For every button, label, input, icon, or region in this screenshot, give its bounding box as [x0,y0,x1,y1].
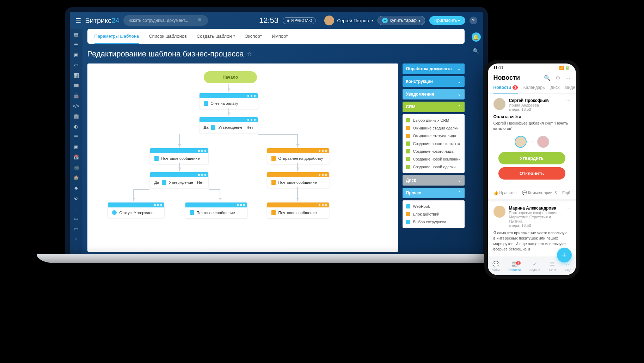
buy-plan-button[interactable]: ➤Купить тариф ▾ [378,16,425,25]
rail-icon[interactable]: ▭ [74,216,78,221]
palette-item[interactable]: Выбор сотрудника [403,218,465,226]
nav-chats[interactable]: 💬Чаты [492,261,499,272]
rail-icon[interactable]: </> [73,103,79,109]
more-button[interactable]: Ещё [562,190,570,195]
more-icon[interactable]: ⋯ [566,206,570,228]
rail-add-icon[interactable]: + [75,247,78,252]
rail-icon[interactable]: 📊 [73,73,79,78]
notifications-icon[interactable]: 🔔 [472,32,481,42]
phone-statusbar: 11:11📶 🔋 [488,63,576,72]
rail-icon[interactable]: 📅 [73,155,79,160]
post-author[interactable]: Марина Александрова [509,206,563,211]
tab-list[interactable]: Список шаблонов [149,29,187,44]
check-icon [112,210,117,215]
rail-icon[interactable]: 🏢 [73,114,79,119]
rail-icon[interactable]: ▫ [75,236,77,242]
node-mail-2[interactable]: Почтовое сообщение [267,172,329,188]
avatar [324,16,334,25]
nav-crm[interactable]: ☰CRM [549,261,556,272]
palette-group-other[interactable]: Прочее⌃ [403,188,465,198]
palette-group-constr[interactable]: Конструкции⌄ [403,76,465,87]
rail-icon[interactable]: 🤖 [73,93,79,98]
palette-item[interactable]: Ожидание статуса лида [403,132,465,140]
help-icon[interactable]: ? [470,17,477,24]
filter-icon[interactable]: ⚙ [556,75,560,81]
left-rail: ▦ ☰ ▣ ▭ 📊 📖 🤖 </> 🏢 ◐ ☰ ▣ 📅 📹 🏠 ◆ ⊘ ⋮ ▭ … [70,29,82,256]
tab-import[interactable]: Импорт [272,29,288,44]
palette-item[interactable]: Блок действий [403,210,465,218]
phone-tab-news[interactable]: Новости3 [493,85,518,93]
post-body: Я сама это приложение часто использую в … [493,230,570,252]
page-title: Редактирование шаблона бизнес-процесса☆ [87,49,465,59]
work-status[interactable]: ◉ Я РАБОТАЮ [283,17,316,24]
menu-icon[interactable]: ☰ [75,17,81,24]
right-rail: 🔔 🔍 [470,29,483,256]
more-icon[interactable]: ⋯ [566,98,570,111]
comments-button[interactable]: 💬 Комментарии: 3 [522,190,557,195]
rail-icon[interactable]: 📖 [73,83,79,88]
tab-export[interactable]: Экспорт [245,29,262,44]
flow-canvas[interactable]: Начало Счёт на оплату ДаУтверждениеНет П… [87,63,398,252]
approve-button[interactable]: Утвердить [498,152,565,164]
phone-mockup: 11:11📶 🔋 Новости🔍⚙⋯ Новости3 Календарь Д… [484,60,579,279]
phone-tab-calendar[interactable]: Календарь [523,85,545,93]
nav-news[interactable]: 📰Новости4 [508,261,521,272]
invite-button[interactable]: Пригласить ▾ [429,16,465,25]
post-title: Оплата счёта [493,114,570,119]
rail-icon[interactable]: ☰ [74,134,78,139]
phone-tab-video[interactable]: Виде1 [565,85,576,93]
node-approve-2[interactable]: ДаУтверждениеНет [150,172,208,188]
palette-item[interactable]: Создание нового контакта [403,140,465,147]
palette-item[interactable]: Выбор данных CRM [403,116,465,124]
palette-group-disk[interactable]: Диск⌄ [403,175,465,186]
palette-group-notif[interactable]: Уведомления⌄ [403,89,465,99]
document-icon [271,210,276,215]
node-start[interactable]: Начало [204,71,257,83]
phone-tab-disk[interactable]: Диск [550,85,559,93]
palette-group-crm[interactable]: CRM⌃ [403,102,465,112]
rail-icon[interactable]: ⋮ [74,206,78,211]
rail-icon[interactable]: ▦ [74,32,78,37]
node-mail-3[interactable]: Почтовое сообщение [185,202,247,218]
node-status[interactable]: Статус: Утвержден [108,202,164,218]
rail-icon[interactable]: ◆ [74,185,78,190]
palette-item[interactable]: Создание нового лида [403,147,465,155]
chevron-down-icon: ⌄ [458,92,461,97]
nav-tasks[interactable]: ✓Задачи [529,261,540,272]
node-approve-1[interactable]: ДаУтверждениеНет [200,117,258,133]
rail-icon[interactable]: ▭ [74,226,78,231]
rail-icon[interactable]: 📹 [73,165,79,170]
rail-icon[interactable]: ▣ [74,144,78,150]
node-mail-4[interactable]: Почтовое сообщение [267,202,329,218]
tab-params[interactable]: Параметры шаблона [94,29,139,44]
palette-item[interactable]: Ожидание стадии сделки [403,124,465,132]
fab-add-button[interactable]: + [557,248,572,262]
post-author[interactable]: Сергей Прокофьев [509,98,563,103]
rail-icon[interactable]: ☰ [74,42,78,47]
palette-item[interactable]: WebHook [403,202,465,210]
palette-crm-list: Выбор данных CRM Ожидание стадии сделки … [403,114,465,173]
chevron-down-icon: ⌄ [458,178,461,183]
palette-item[interactable]: Создание новой сделки [403,163,465,171]
rail-icon[interactable]: ▭ [74,62,78,68]
node-invoice[interactable]: Счёт на оплату [200,93,258,109]
node-rework[interactable]: Отправлен на доработку [267,148,329,164]
more-icon[interactable]: ⋯ [565,75,570,81]
user-menu[interactable]: Сергей Петров▾ [324,16,373,25]
search-icon[interactable]: 🔍 [473,48,479,54]
search-icon[interactable]: 🔍 [544,75,551,81]
like-button[interactable]: 👍 Нравится [493,190,517,195]
palette-item[interactable]: Создание новой компании [403,155,465,163]
reject-button[interactable]: Отклонить [498,167,565,180]
palette-group-doc[interactable]: Обработка документа⌄ [403,63,465,74]
search-input[interactable]: искать сотрудника, документ...🔍 [123,15,208,26]
favorite-icon[interactable]: ☆ [247,51,252,57]
rail-icon[interactable]: ◐ [74,124,78,129]
tab-create[interactable]: Создать шаблон ▾ [197,29,235,44]
crm-icon: ☰ [550,261,555,267]
rail-icon[interactable]: ▣ [74,52,78,58]
node-mail-1[interactable]: Почтовое сообщение [150,148,208,164]
rail-icon[interactable]: ⊘ [74,195,78,201]
palette-other-list: WebHook Блок действий Выбор сотрудника [403,200,465,228]
rail-icon[interactable]: 🏠 [73,175,79,180]
